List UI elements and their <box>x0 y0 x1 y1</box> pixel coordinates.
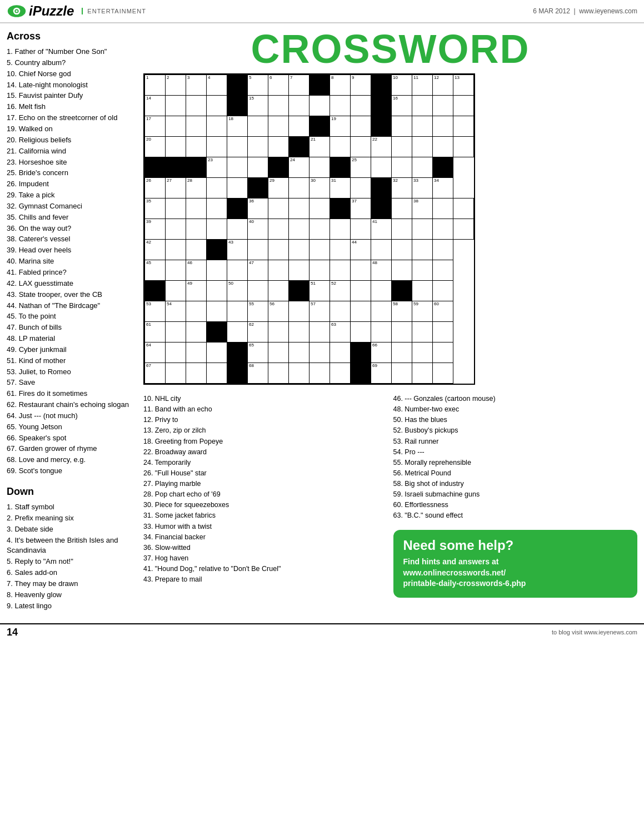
cell-11-2[interactable] <box>186 301 207 322</box>
cell-8-14[interactable] <box>433 240 453 260</box>
cell-8-1[interactable] <box>166 240 186 260</box>
cell-7-3[interactable] <box>207 219 227 240</box>
cell-0-1[interactable]: 2 <box>166 75 186 96</box>
cell-3-5[interactable] <box>248 137 268 157</box>
cell-7-7[interactable] <box>289 219 309 240</box>
cell-5-10[interactable] <box>351 178 371 198</box>
cell-10-14[interactable] <box>433 281 453 301</box>
cell-7-14[interactable] <box>433 219 453 240</box>
cell-7-10[interactable] <box>351 219 371 240</box>
cell-13-11[interactable]: 66 <box>371 342 392 363</box>
cell-0-2[interactable]: 3 <box>186 75 207 96</box>
cell-9-1[interactable] <box>166 260 186 281</box>
cell-9-12[interactable] <box>392 260 412 281</box>
cell-1-1[interactable] <box>166 96 186 116</box>
cell-14-9[interactable] <box>330 363 351 384</box>
cell-9-2[interactable]: 46 <box>186 260 207 281</box>
cell-1-3[interactable] <box>207 96 227 116</box>
cell-5-12[interactable]: 32 <box>392 178 412 198</box>
cell-4-11[interactable] <box>371 157 392 178</box>
cell-6-15[interactable] <box>453 198 474 219</box>
cell-1-7[interactable] <box>289 96 309 116</box>
cell-2-9[interactable]: 19 <box>330 116 351 137</box>
cell-5-9[interactable]: 31 <box>330 178 351 198</box>
cell-14-8[interactable] <box>309 363 330 384</box>
cell-5-4[interactable] <box>227 178 248 198</box>
cell-3-13[interactable] <box>412 137 433 157</box>
cell-12-11[interactable] <box>371 322 392 342</box>
cell-9-0[interactable]: 45 <box>145 260 166 281</box>
cell-7-2[interactable] <box>186 219 207 240</box>
cell-3-14[interactable] <box>433 137 453 157</box>
cell-13-14[interactable] <box>433 342 453 363</box>
cell-10-1[interactable] <box>166 281 186 301</box>
cell-12-12[interactable] <box>392 322 412 342</box>
cell-10-11[interactable] <box>371 281 392 301</box>
cell-9-5[interactable]: 47 <box>248 260 268 281</box>
cell-0-10[interactable]: 9 <box>351 75 371 96</box>
cell-1-2[interactable] <box>186 96 207 116</box>
cell-6-1[interactable] <box>166 198 186 219</box>
cell-4-3[interactable]: 23 <box>207 157 227 178</box>
cell-0-9[interactable]: 8 <box>330 75 351 96</box>
cell-8-4[interactable]: 43 <box>227 240 248 260</box>
cell-11-8[interactable]: 57 <box>309 301 330 322</box>
cell-12-4[interactable] <box>227 322 248 342</box>
cell-14-7[interactable] <box>289 363 309 384</box>
cell-0-5[interactable]: 5 <box>248 75 268 96</box>
cell-8-2[interactable] <box>186 240 207 260</box>
cell-1-6[interactable] <box>268 96 289 116</box>
cell-5-13[interactable]: 33 <box>412 178 433 198</box>
cell-6-8[interactable] <box>309 198 330 219</box>
cell-10-6[interactable] <box>268 281 289 301</box>
cell-10-8[interactable]: 51 <box>309 281 330 301</box>
cell-7-11[interactable]: 41 <box>371 219 392 240</box>
cell-14-1[interactable] <box>166 363 186 384</box>
cell-11-9[interactable] <box>330 301 351 322</box>
cell-5-8[interactable]: 30 <box>309 178 330 198</box>
cell-14-5[interactable]: 68 <box>248 363 268 384</box>
cell-7-1[interactable] <box>166 219 186 240</box>
cell-2-6[interactable] <box>268 116 289 137</box>
cell-11-0[interactable]: 53 <box>145 301 166 322</box>
cell-8-5[interactable] <box>248 240 268 260</box>
cell-0-3[interactable]: 4 <box>207 75 227 96</box>
cell-14-13[interactable] <box>412 363 433 384</box>
cell-13-13[interactable] <box>412 342 433 363</box>
cell-2-13[interactable] <box>412 116 433 137</box>
cell-12-2[interactable] <box>186 322 207 342</box>
cell-9-4[interactable] <box>227 260 248 281</box>
cell-9-14[interactable] <box>433 260 453 281</box>
crossword-grid[interactable]: 1234567891011121314151617181920212223242… <box>143 73 475 385</box>
cell-7-15[interactable] <box>453 219 474 240</box>
cell-8-6[interactable] <box>268 240 289 260</box>
cell-11-13[interactable]: 59 <box>412 301 433 322</box>
cell-12-6[interactable] <box>268 322 289 342</box>
cell-10-5[interactable] <box>248 281 268 301</box>
cell-4-10[interactable]: 25 <box>351 157 371 178</box>
cell-2-0[interactable]: 17 <box>145 116 166 137</box>
cell-10-4[interactable]: 50 <box>227 281 248 301</box>
cell-1-14[interactable] <box>433 96 453 116</box>
cell-4-13[interactable] <box>412 157 433 178</box>
cell-14-12[interactable] <box>392 363 412 384</box>
cell-0-13[interactable]: 11 <box>412 75 433 96</box>
cell-6-0[interactable]: 35 <box>145 198 166 219</box>
cell-2-5[interactable] <box>248 116 268 137</box>
cell-14-0[interactable]: 67 <box>145 363 166 384</box>
cell-13-8[interactable] <box>309 342 330 363</box>
cell-14-3[interactable] <box>207 363 227 384</box>
cell-10-3[interactable] <box>207 281 227 301</box>
cell-2-2[interactable] <box>186 116 207 137</box>
cell-1-9[interactable] <box>330 96 351 116</box>
cell-3-9[interactable] <box>330 137 351 157</box>
cell-9-9[interactable] <box>330 260 351 281</box>
cell-12-5[interactable]: 62 <box>248 322 268 342</box>
cell-7-4[interactable] <box>227 219 248 240</box>
help-box[interactable]: Need some help? Find hints and answers a… <box>393 530 638 598</box>
cell-6-12[interactable] <box>392 198 412 219</box>
cell-7-0[interactable]: 39 <box>145 219 166 240</box>
cell-13-1[interactable] <box>166 342 186 363</box>
cell-12-7[interactable] <box>289 322 309 342</box>
cell-3-0[interactable]: 20 <box>145 137 166 157</box>
